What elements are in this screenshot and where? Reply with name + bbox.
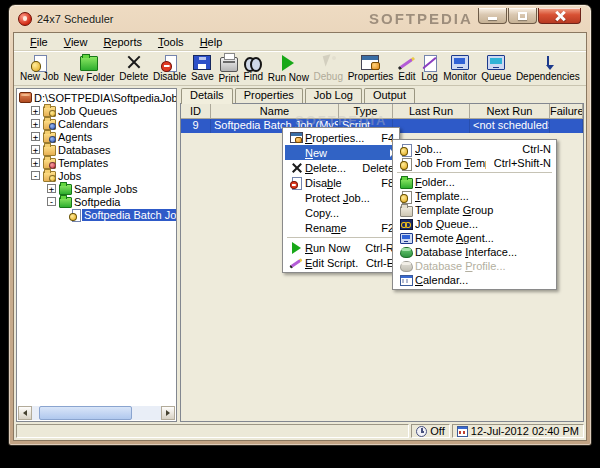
toolbar-print[interactable]: Print — [216, 52, 241, 85]
menu-item-disable[interactable]: Disable F8 — [285, 175, 397, 190]
toolbar-label: Queue — [481, 71, 511, 82]
menu-item-properties[interactable]: Properties... F4 — [285, 130, 397, 145]
close-button[interactable] — [538, 8, 581, 24]
submenu-item-database-interface[interactable]: Database Interface... — [395, 245, 554, 259]
menu-view[interactable]: View — [56, 35, 96, 49]
scroll-left-button[interactable] — [18, 406, 32, 420]
column-header-failures[interactable]: Failures — [550, 104, 583, 118]
scrollbar-track[interactable] — [32, 406, 161, 420]
column-header-next-run[interactable]: Next Run — [470, 104, 550, 118]
tree-item-sample-jobs[interactable]: Sample Jobs — [19, 182, 176, 195]
menu-tools[interactable]: Tools — [150, 35, 192, 49]
column-header-type[interactable]: Type — [339, 104, 393, 118]
submenu-item-remote-agent[interactable]: Remote Agent... — [395, 231, 554, 245]
tree-root[interactable]: D:\SOFTPEDIA\SoftpediaJobDB.dat — [19, 91, 176, 104]
menu-item-label: Job... — [415, 143, 514, 155]
softpedia-folder-icon — [59, 197, 72, 208]
titlebar[interactable]: 24x7 Scheduler SOFTPEDIA — [9, 5, 591, 32]
tree-item-softpedia-batch-job[interactable]: Softpedia Batch Job (MySQL S... — [19, 208, 176, 221]
toolbar-edit[interactable]: Edit — [396, 52, 418, 85]
submenu-item-job[interactable]: Job... Ctrl-N — [395, 142, 554, 156]
menu-item-run-now[interactable]: Run Now Ctrl-R — [285, 240, 397, 255]
tree-item-databases[interactable]: Databases — [19, 143, 176, 156]
toolbar-dependencies[interactable]: Dependencies — [514, 52, 582, 85]
tree-item-label: Calendars — [56, 118, 110, 130]
menu-item-copy[interactable]: Copy... — [285, 205, 397, 220]
tree-item-agents[interactable]: Agents — [19, 130, 176, 143]
menu-item-edit-script[interactable]: Edit Script... Ctrl-E — [285, 255, 397, 270]
menu-item-label: Rename — [305, 222, 373, 234]
submenu-item-folder[interactable]: Folder... — [395, 175, 554, 189]
scrollbar-thumb[interactable] — [39, 406, 132, 420]
column-header-name[interactable]: Name — [211, 104, 339, 118]
toolbar-find[interactable]: Find — [242, 52, 265, 85]
toolbar-run-now[interactable]: Run Now — [266, 52, 311, 85]
templates-folder-icon — [43, 158, 56, 169]
submenu-item-template[interactable]: Template... — [395, 189, 554, 203]
menu-item-delete[interactable]: Delete... Delete — [285, 160, 397, 175]
submenu-item-calendar[interactable]: Calendar... — [395, 273, 554, 287]
expand-toggle[interactable] — [31, 119, 40, 128]
menu-file[interactable]: File — [22, 35, 56, 49]
menu-item-rename[interactable]: Rename F2 — [285, 220, 397, 235]
toolbar-new-folder[interactable]: New Folder — [62, 52, 117, 85]
job-icon — [400, 144, 413, 155]
tabstrip: Details Properties Job Log Output — [180, 88, 584, 103]
toolbar-delete[interactable]: Delete — [117, 52, 150, 85]
maximize-button[interactable] — [508, 8, 537, 24]
tree-item-jobs[interactable]: Jobs — [19, 169, 176, 182]
menu-item-protect-job[interactable]: Protect Job... — [285, 190, 397, 205]
collapse-toggle[interactable] — [31, 171, 40, 180]
submenu-item-job-from-template[interactable]: Job From Template... Ctrl+Shift-N — [395, 156, 554, 170]
context-menu: Properties... F4 New Delete... Delete Di… — [282, 127, 400, 273]
scroll-right-button[interactable] — [161, 406, 175, 420]
collapse-toggle[interactable] — [47, 197, 56, 206]
clock-icon — [416, 426, 427, 437]
minimize-button[interactable] — [478, 8, 507, 24]
monitor-icon — [451, 55, 469, 70]
sample-jobs-folder-icon — [59, 184, 72, 195]
expand-toggle[interactable] — [47, 184, 56, 193]
menu-item-label: Edit Script... — [305, 257, 358, 269]
toolbar-log[interactable]: Log — [419, 52, 441, 85]
column-header-last-run[interactable]: Last Run — [393, 104, 470, 118]
tab-details[interactable]: Details — [181, 88, 233, 104]
toolbar-properties[interactable]: Properties — [346, 52, 396, 85]
minimize-icon — [488, 17, 497, 20]
menu-item-label: Database Profile... — [415, 260, 551, 272]
toolbar-disable[interactable]: Disable — [151, 52, 188, 85]
toolbar-save[interactable]: Save — [189, 52, 216, 85]
table-header: ID Name Type Last Run Next Run Failures — [181, 104, 583, 119]
column-header-id[interactable]: ID — [181, 104, 211, 118]
toolbar-label: Disable — [153, 71, 186, 82]
delete-x-icon — [290, 162, 303, 173]
menu-reports[interactable]: Reports — [95, 35, 150, 49]
toolbar: New Job New Folder Delete Disable Save P… — [14, 51, 586, 86]
tab-job-log[interactable]: Job Log — [305, 88, 362, 103]
horizontal-scrollbar[interactable] — [18, 406, 175, 420]
submenu-item-template-group[interactable]: Template Group — [395, 203, 554, 217]
expand-toggle[interactable] — [31, 145, 40, 154]
toolbar-label: Find — [244, 71, 263, 82]
tree-item-calendars[interactable]: Calendars — [19, 117, 176, 130]
toolbar-queue[interactable]: Queue — [479, 52, 513, 85]
expand-toggle[interactable] — [31, 106, 40, 115]
menu-item-new[interactable]: New — [285, 145, 397, 160]
menu-item-label: Copy... — [305, 207, 394, 219]
submenu-item-job-queue[interactable]: Job Queue... — [395, 217, 554, 231]
toolbar-new-job[interactable]: New Job — [18, 52, 61, 85]
tree-item-job-queues[interactable]: Job Queues — [19, 104, 176, 117]
expand-toggle[interactable] — [31, 132, 40, 141]
tab-properties[interactable]: Properties — [235, 88, 303, 103]
expand-toggle[interactable] — [31, 158, 40, 167]
tree-item-templates[interactable]: Templates — [19, 156, 176, 169]
properties-icon — [361, 55, 379, 70]
tree-item-label: Job Queues — [56, 105, 119, 117]
toolbar-monitor[interactable]: Monitor — [441, 52, 478, 85]
template-icon — [400, 191, 413, 202]
scheduler-state: Off — [430, 425, 444, 437]
tree-item-softpedia[interactable]: Softpedia — [19, 195, 176, 208]
tab-output[interactable]: Output — [364, 88, 415, 103]
cell-id: 9 — [181, 119, 211, 133]
menu-help[interactable]: Help — [192, 35, 231, 49]
